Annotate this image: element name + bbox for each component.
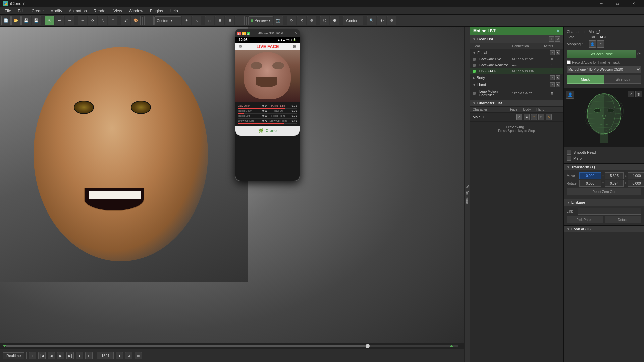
- menu-modify[interactable]: Modify: [47, 8, 65, 14]
- pause-btn[interactable]: ⏸: [29, 352, 36, 359]
- tb-conform[interactable]: Conform: [343, 16, 363, 25]
- tb-light[interactable]: ✦: [182, 16, 191, 25]
- next-btn[interactable]: ▶|: [66, 352, 74, 359]
- tb-save2[interactable]: 💾: [32, 16, 41, 25]
- body-add[interactable]: +: [550, 75, 555, 80]
- hand-settings[interactable]: ⚙: [556, 82, 560, 87]
- tb-select[interactable]: ↖: [45, 16, 54, 25]
- tb-m1[interactable]: 🔍: [367, 16, 376, 25]
- tb-cam2[interactable]: 📷: [274, 16, 283, 25]
- prev-btn[interactable]: |◀: [38, 352, 46, 359]
- prev-frame-btn[interactable]: ◀: [48, 352, 55, 359]
- tb-move[interactable]: ✛: [78, 16, 87, 25]
- tb-rotate[interactable]: ⟳: [88, 16, 97, 25]
- tb-save[interactable]: 💾: [21, 16, 31, 25]
- tb-preview-dropdown[interactable]: Preview ▾: [248, 16, 273, 25]
- tb-cam[interactable]: □: [144, 16, 154, 25]
- menu-plugins[interactable]: Plugins: [147, 8, 166, 14]
- phone-min[interactable]: ●: [242, 32, 246, 35]
- record-btn[interactable]: ●: [76, 352, 83, 359]
- delete-preview[interactable]: 🗑: [635, 90, 642, 97]
- tb-bb2[interactable]: ⊞: [215, 16, 224, 25]
- tb-paint[interactable]: 🎨: [131, 16, 141, 25]
- menu-edit[interactable]: Edit: [14, 8, 28, 14]
- move-z[interactable]: 4.000: [628, 172, 644, 179]
- tb-scale[interactable]: ⤡: [98, 16, 107, 25]
- face-black[interactable]: ■: [524, 114, 530, 120]
- mapping-icon-1[interactable]: 👤: [589, 40, 596, 48]
- mirror-option[interactable]: Mirror: [567, 156, 641, 161]
- gear-add-btn[interactable]: +: [549, 36, 554, 42]
- detach-btn[interactable]: Detach: [605, 216, 642, 223]
- menu-view[interactable]: View: [110, 8, 125, 14]
- tb-redo[interactable]: ↪: [65, 16, 74, 25]
- phone-max[interactable]: ●: [247, 32, 250, 35]
- face-check[interactable]: ✓: [516, 114, 522, 120]
- hand-check[interactable]: □: [538, 114, 544, 120]
- pick-parent-btn[interactable]: Pick Parent: [567, 216, 603, 223]
- smooth-head-option[interactable]: Smooth Head: [567, 150, 641, 155]
- gear-settings-btn[interactable]: ⚙: [555, 36, 560, 42]
- head-preview-btn[interactable]: 👤: [566, 90, 574, 99]
- hand-add[interactable]: +: [550, 82, 555, 87]
- facial-add[interactable]: +: [550, 50, 555, 55]
- mirror-checkbox[interactable]: [567, 156, 571, 161]
- phone-win-close[interactable]: ✕: [294, 31, 298, 36]
- menu-window[interactable]: Window: [125, 8, 147, 14]
- menu-create[interactable]: Create: [28, 8, 47, 14]
- close-button[interactable]: ✕: [626, 0, 641, 7]
- layout-btn[interactable]: ⊞: [135, 352, 142, 359]
- loop-btn[interactable]: ↩: [85, 352, 93, 359]
- viewport[interactable]: ● ● ● iPhone "192.168.0.... ✕ 12:08 ▲▲▲W…: [0, 27, 464, 362]
- move-x[interactable]: 0.000: [579, 172, 601, 179]
- tb-bb1[interactable]: □: [205, 16, 214, 25]
- menu-help[interactable]: Help: [166, 8, 181, 14]
- tb-new[interactable]: 📄: [1, 16, 11, 25]
- tb-grid[interactable]: ⌂: [192, 16, 201, 25]
- motion-live-close[interactable]: ✕: [557, 29, 560, 33]
- tb-r3[interactable]: ⚙: [307, 16, 316, 25]
- tb-m3[interactable]: ⚙: [387, 16, 396, 25]
- expand-preview[interactable]: ⤢: [628, 90, 634, 97]
- tb-m2[interactable]: 👁: [377, 16, 386, 25]
- tb-select2[interactable]: ◻: [108, 16, 117, 25]
- refresh-btn[interactable]: ⟳: [637, 51, 641, 57]
- record-audio-checkbox[interactable]: [567, 60, 571, 64]
- mic-select[interactable]: Microphone (HD Pro Webcam C920): [567, 66, 641, 73]
- maximize-button[interactable]: □: [610, 0, 625, 7]
- rot-x[interactable]: [579, 180, 601, 187]
- minimize-button[interactable]: ─: [594, 0, 609, 7]
- next-frame-btn[interactable]: ▶: [57, 352, 64, 359]
- tb-custom-dropdown[interactable]: Custom ▾: [154, 16, 181, 25]
- tb-bb3[interactable]: ⊟: [225, 16, 234, 25]
- reset-zero-btn[interactable]: Reset Zero Out: [567, 188, 641, 195]
- record-audio-label[interactable]: Record Audio for Timeline Track: [567, 60, 641, 64]
- timeline[interactable]: [0, 343, 464, 349]
- timeline-track[interactable]: [6, 345, 458, 347]
- settings-btn[interactable]: ⚙: [125, 352, 132, 359]
- tb-undo[interactable]: ↩: [55, 16, 64, 25]
- link-input[interactable]: [578, 208, 641, 215]
- tb-r1[interactable]: ⟳: [287, 16, 296, 25]
- tb-open[interactable]: 📂: [11, 16, 21, 25]
- tb-bb4[interactable]: ↔: [235, 16, 245, 25]
- body-settings[interactable]: ⚙: [556, 75, 560, 80]
- hand-warn[interactable]: ⚠: [546, 114, 552, 120]
- body-warn[interactable]: ⚠: [531, 114, 537, 120]
- menu-file[interactable]: File: [1, 8, 14, 14]
- frame-input[interactable]: 1521: [97, 352, 114, 359]
- gear-section-header[interactable]: ▼ Gear List + ⚙: [470, 35, 563, 43]
- timeline-playhead[interactable]: [366, 344, 370, 348]
- tb-s2[interactable]: ⬢: [330, 16, 339, 25]
- tb-brush[interactable]: 🖌: [121, 16, 130, 25]
- strength-tab[interactable]: Strength: [604, 75, 642, 84]
- rot-y[interactable]: [605, 180, 624, 187]
- realtime-btn[interactable]: Realtime: [3, 352, 24, 359]
- smooth-head-checkbox[interactable]: [567, 150, 571, 155]
- mapping-icon-2[interactable]: ≡: [597, 40, 604, 48]
- facial-settings[interactable]: ⚙: [556, 50, 560, 55]
- tb-s1[interactable]: ⬡: [320, 16, 329, 25]
- rot-z[interactable]: [628, 180, 644, 187]
- preference-sidebar[interactable]: Preference: [464, 27, 470, 362]
- move-y[interactable]: 5.395: [605, 172, 624, 179]
